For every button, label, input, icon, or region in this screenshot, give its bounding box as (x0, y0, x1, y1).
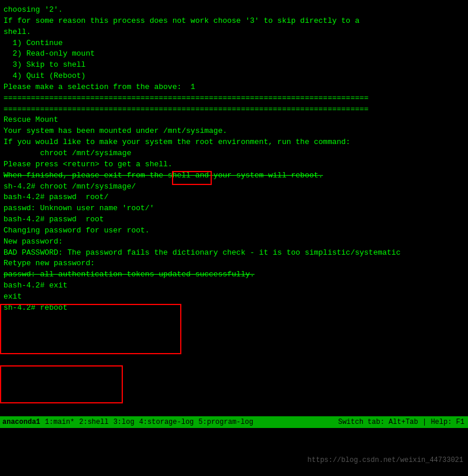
tab-shell[interactable]: 2:shell (79, 418, 108, 426)
term-line-19: If you would like to make your system th… (4, 137, 464, 148)
exit-highlight-box (0, 365, 123, 403)
term-line-21: chroot /mnt/sysimage (4, 148, 464, 159)
term-line-32-strike: passwd: all authentication tokens update… (4, 269, 464, 280)
tab-bar: anaconda1 1:main* 2:shell 3:log 4:storag… (0, 418, 338, 426)
term-line-3: shell. (4, 27, 464, 38)
term-line-selection: Please make a selection from the above: … (4, 82, 464, 93)
term-line-34: exit (4, 292, 464, 303)
term-line-24: sh-4.2# chroot /mnt/sysimage/ (4, 182, 464, 193)
term-line-7: 2) Read-only mount (4, 49, 464, 60)
term-line-17: Your system has been mounted under /mnt/… (4, 126, 464, 137)
watermark-text: https://blog.csdn.net/weixin_44733021 (308, 456, 463, 464)
term-line-5: 1) Continue (4, 38, 464, 49)
term-line-2: If for some reason this process does not… (4, 16, 464, 27)
terminal-output: choosing '2'. If for some reason this pr… (4, 5, 464, 314)
bottom-area: https://blog.csdn.net/weixin_44733021 (0, 428, 468, 476)
term-line-33: bash-4.2# exit (4, 280, 464, 292)
term-line-30: BAD PASSWORD: The password fails the dic… (4, 248, 464, 259)
tab-storage-log[interactable]: 4:storage-log (139, 418, 194, 426)
term-line-11: 4) Quit (Reboot) (4, 71, 464, 82)
tab-program-log[interactable]: 5:program-log (198, 418, 253, 426)
tab-anaconda1[interactable]: anaconda1 (2, 418, 40, 426)
term-line-26: passwd: Unknown user name 'root/' (4, 203, 464, 214)
terminal-window: choosing '2'. If for some reason this pr… (0, 0, 468, 476)
term-line-1: choosing '2'. (4, 5, 464, 16)
term-line-27: bash-4.2# passwd root (4, 214, 464, 225)
switch-help-text: Switch tab: Alt+Tab | Help: F1 (338, 418, 464, 426)
status-bar: anaconda1 1:main* 2:shell 3:log 4:storag… (0, 416, 468, 428)
term-line-35: sh-4.2# reboot (4, 303, 464, 314)
term-line-23-strike: When finished, please exit from the shel… (4, 170, 464, 182)
term-line-25: bash-4.2# passwd root/ (4, 192, 464, 203)
tab-main[interactable]: 1:main* (45, 418, 74, 426)
tab-log[interactable]: 3:log (113, 418, 135, 426)
term-line-31: Retype new password: (4, 258, 464, 269)
term-line-29: New password: (4, 237, 464, 248)
separator-2: ========================================… (4, 104, 464, 115)
term-line-28: Changing password for user root. (4, 225, 464, 237)
term-line-rescue: Rescue Mount (4, 115, 464, 126)
term-line-9: 3) Skip to shell (4, 60, 464, 71)
separator-1: ========================================… (4, 93, 464, 104)
term-line-22: Please press <return> to get a shell. (4, 159, 464, 170)
